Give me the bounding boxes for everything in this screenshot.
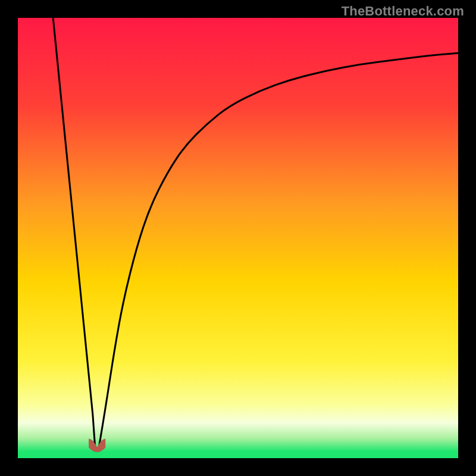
watermark-text: TheBottleneck.com [342,4,464,19]
gradient-fill [18,18,458,458]
chart-frame: TheBottleneck.com [0,0,476,476]
gradient-plot-area [18,18,458,458]
